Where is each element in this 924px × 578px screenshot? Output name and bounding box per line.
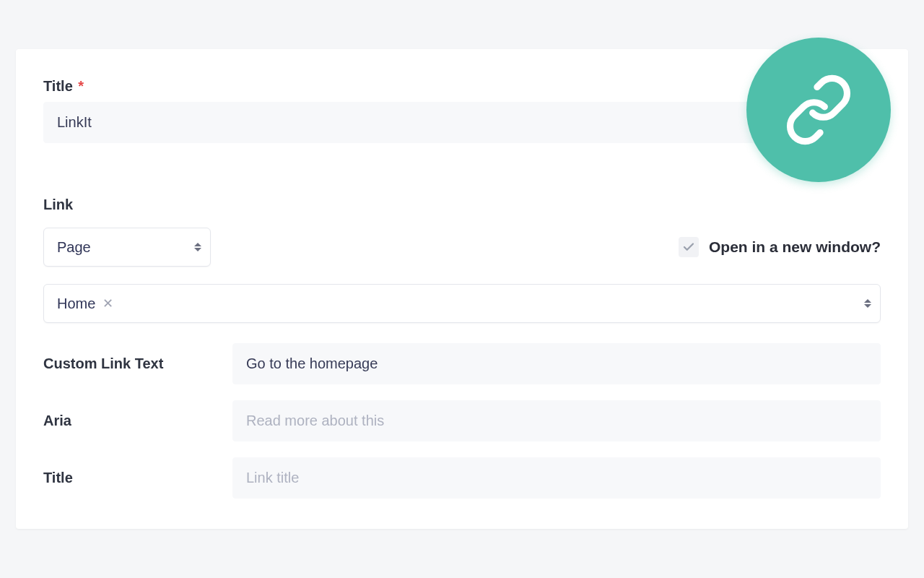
link-row: Page Open in a new window? <box>43 228 881 267</box>
link-badge <box>746 38 891 182</box>
open-new-window-row: Open in a new window? <box>679 237 881 257</box>
page-select[interactable]: Home ✕ <box>43 284 881 323</box>
custom-link-text-label: Custom Link Text <box>43 355 232 372</box>
link-icon <box>783 74 855 146</box>
form-card: Title * Link Page Open in a new window? … <box>16 49 908 529</box>
aria-input[interactable] <box>232 400 881 441</box>
select-stepper-icon <box>194 243 201 251</box>
link-type-value: Page <box>57 239 91 256</box>
custom-link-text-row: Custom Link Text <box>43 343 881 384</box>
select-stepper-icon <box>864 299 871 308</box>
title-attr-input[interactable] <box>232 457 881 499</box>
title-label-text: Title <box>43 78 73 94</box>
link-type-select[interactable]: Page <box>43 228 211 267</box>
clear-page-icon[interactable]: ✕ <box>103 296 113 311</box>
link-label: Link <box>43 197 881 213</box>
aria-label: Aria <box>43 413 232 429</box>
custom-link-text-input[interactable] <box>232 343 881 384</box>
title-attr-label: Title <box>43 470 232 486</box>
aria-row: Aria <box>43 400 881 441</box>
open-new-window-label: Open in a new window? <box>709 238 881 256</box>
title-attr-row: Title <box>43 457 881 499</box>
required-marker: * <box>78 78 84 94</box>
page-select-value: Home <box>57 296 95 312</box>
open-new-window-checkbox[interactable] <box>679 237 699 257</box>
check-icon <box>682 241 695 254</box>
